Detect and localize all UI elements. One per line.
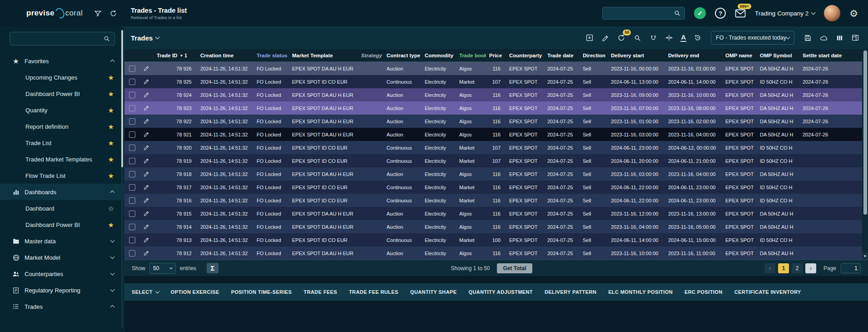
table-row[interactable]: 78 926 2024-11-26, 14:51:32 FO Locked EP… <box>124 62 862 75</box>
col-delivery-start[interactable]: Delivery start <box>608 53 665 58</box>
row-checkbox[interactable] <box>129 158 135 164</box>
sidebar-item[interactable]: Dashboard <box>0 200 124 216</box>
row-edit-icon[interactable] <box>144 91 150 99</box>
search-icon[interactable] <box>674 10 681 17</box>
row-edit-icon[interactable] <box>144 144 150 151</box>
col-creation-time[interactable]: Creation time <box>197 53 253 58</box>
col-trade-date[interactable]: Trade date <box>544 53 580 58</box>
row-edit-icon[interactable] <box>144 197 150 204</box>
bottom-tab[interactable]: ERC POSITION <box>684 289 723 295</box>
sidebar-item[interactable]: Upcoming Changes <box>0 69 124 86</box>
sidebar-section-master-data[interactable]: Master data <box>0 233 124 249</box>
sidebar-scrollbar-thumb[interactable] <box>121 30 123 167</box>
row-edit-icon[interactable] <box>144 65 150 72</box>
bottom-tab[interactable]: QUANTITY ADJUSTMENT <box>469 289 533 295</box>
page-2-button[interactable]: 2 <box>792 263 803 273</box>
sidebar-search-icon[interactable] <box>103 35 110 42</box>
sidebar-section-counterparties[interactable]: Counterparties <box>0 266 124 282</box>
row-edit-icon[interactable] <box>144 78 150 86</box>
row-checkbox[interactable] <box>129 250 135 257</box>
table-row[interactable]: 78 914 2024-11-26, 14:51:32 FO Locked EP… <box>124 220 862 233</box>
table-row[interactable]: 78 912 2024-11-26, 14:51:32 FO Locked EP… <box>124 246 862 260</box>
row-checkbox[interactable] <box>129 79 135 85</box>
col-price[interactable]: Price <box>486 53 506 58</box>
col-settle-start-date[interactable]: Settle start date <box>799 53 862 58</box>
col-strategy[interactable]: Strategy <box>358 53 383 58</box>
tab-select[interactable]: SELECT <box>132 289 159 295</box>
table-row[interactable]: 78 917 2024-11-26, 14:51:32 FO Locked EP… <box>124 181 862 194</box>
grid-view-selector[interactable]: Trades <box>131 34 159 42</box>
col-market-template[interactable]: Market Template <box>289 53 358 58</box>
row-checkbox[interactable] <box>129 118 135 125</box>
row-checkbox[interactable] <box>129 197 135 204</box>
scroll-down-button[interactable]: ▼ <box>862 252 868 260</box>
row-checkbox[interactable] <box>129 211 135 217</box>
sidebar-item[interactable]: Quantity <box>0 102 124 118</box>
next-page-button[interactable]: › <box>805 263 816 273</box>
row-edit-icon[interactable] <box>144 105 150 112</box>
row-edit-icon[interactable] <box>144 171 150 178</box>
bottom-tab[interactable]: QUANTITY SHAPE <box>410 289 457 295</box>
table-row[interactable]: 78 913 2024-11-26, 14:51:32 FO Locked EP… <box>124 233 862 246</box>
search-icon[interactable] <box>633 33 642 42</box>
page-number-input[interactable] <box>841 263 861 273</box>
sidebar-section-favorites[interactable]: ★ Favorites <box>0 53 124 69</box>
row-edit-icon[interactable] <box>144 223 150 231</box>
prev-page-button[interactable]: ‹ <box>764 263 775 273</box>
sidebar-item[interactable]: Trade List <box>0 135 124 151</box>
bottom-tab[interactable]: ELC MONTHLY POSITION <box>608 289 673 295</box>
refresh-icon[interactable]: 50 <box>617 33 626 42</box>
col-trade-id[interactable]: Trade ID▼1 <box>154 53 197 58</box>
favorite-star-icon[interactable] <box>108 107 114 114</box>
bottom-tab[interactable]: CERTIFICATE INVENTORY <box>734 289 801 295</box>
view-preset-dropdown[interactable]: FO - Trades executed today <box>711 31 794 45</box>
bottom-tab[interactable]: POSITION TIME-SERIES <box>231 289 292 295</box>
col-direction[interactable]: Direction <box>580 53 608 58</box>
table-row[interactable]: 78 918 2024-11-26, 14:51:32 FO Locked EP… <box>124 167 862 181</box>
row-edit-icon[interactable] <box>144 184 150 191</box>
help-icon[interactable]: ? <box>715 8 726 19</box>
col-delivery-end[interactable]: Delivery end <box>665 53 722 58</box>
table-row[interactable]: 78 916 2024-11-26, 14:51:32 FO Locked EP… <box>124 194 862 207</box>
row-checkbox[interactable] <box>129 105 135 111</box>
notifications-mail[interactable]: 999+ <box>735 9 746 18</box>
row-checkbox[interactable] <box>129 184 135 191</box>
history-icon[interactable] <box>693 33 702 42</box>
font-icon[interactable]: A <box>680 34 686 42</box>
favorite-star-icon[interactable] <box>108 172 114 179</box>
avatar[interactable] <box>824 5 840 21</box>
add-row-icon[interactable] <box>585 33 594 42</box>
sum-button[interactable]: Σ <box>207 263 218 273</box>
col-trade-status[interactable]: Trade status <box>253 53 289 58</box>
favorite-star-icon[interactable] <box>108 74 114 81</box>
table-row[interactable]: 78 920 2024-11-26, 14:51:32 FO Locked EP… <box>124 141 862 154</box>
col-counterparty[interactable]: Counterparty <box>506 53 544 58</box>
row-edit-icon[interactable] <box>144 210 150 217</box>
sidebar-section-dashboards[interactable]: Dashboards <box>0 184 124 200</box>
row-checkbox[interactable] <box>129 145 135 151</box>
bottom-tab[interactable]: DELIVERY PATTERN <box>545 289 596 295</box>
cloud-download-icon[interactable] <box>819 33 828 42</box>
gear-icon[interactable]: ⚙ <box>849 9 858 18</box>
sidebar-item[interactable]: Dashboard Power BI <box>0 86 124 102</box>
magnet-icon[interactable] <box>649 33 658 42</box>
grid-scrollbar-thumb[interactable] <box>863 50 867 215</box>
sidebar-item[interactable]: Flow Trade List <box>0 167 124 184</box>
sidebar-section-regulatory-reporting[interactable]: Regulatory Reporting <box>0 282 124 298</box>
favorite-star-icon[interactable] <box>108 205 114 212</box>
col-omp-name[interactable]: OMP name <box>722 53 757 58</box>
table-row[interactable]: 78 919 2024-11-26, 14:51:32 FO Locked EP… <box>124 154 862 167</box>
table-row[interactable]: 78 923 2024-11-26, 14:51:32 FO Locked EP… <box>124 101 862 115</box>
table-row[interactable]: 78 921 2024-11-26, 14:51:32 FO Locked EP… <box>124 128 862 141</box>
table-row[interactable]: 78 924 2024-11-26, 14:51:32 FO Locked EP… <box>124 88 862 101</box>
page-1-button[interactable]: 1 <box>778 263 789 273</box>
col-omp-symbol[interactable]: OMP Symbol <box>757 53 799 58</box>
favorite-star-icon[interactable] <box>108 156 114 163</box>
row-checkbox[interactable] <box>129 65 135 72</box>
bottom-tab[interactable]: OPTION EXERCISE <box>171 289 219 295</box>
row-checkbox[interactable] <box>129 237 135 243</box>
row-edit-icon[interactable] <box>144 131 150 138</box>
refresh-icon[interactable] <box>109 9 117 17</box>
row-edit-icon[interactable] <box>144 157 150 165</box>
fit-columns-icon[interactable] <box>665 33 674 42</box>
